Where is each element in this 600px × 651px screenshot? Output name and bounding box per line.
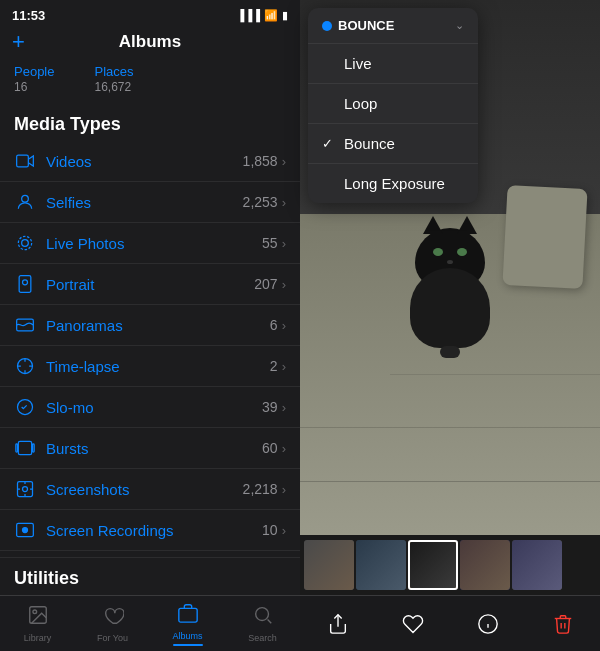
status-bar: 11:53 ▐▐▐ 📶 ▮ <box>0 0 300 28</box>
svg-point-1 <box>22 195 29 202</box>
screenshots-label: Screenshots <box>46 481 243 498</box>
tab-library[interactable]: Library <box>0 604 75 643</box>
portrait-label: Portrait <box>46 276 254 293</box>
dropdown-header[interactable]: BOUNCE ⌄ <box>308 8 478 44</box>
timelapse-count: 2 <box>270 358 278 374</box>
media-types-list: Videos 1,858 › Selfies 2,253 › Live Phot… <box>0 141 300 557</box>
places-item[interactable]: Places 16,672 <box>94 64 133 94</box>
svg-rect-11 <box>33 444 35 452</box>
media-item-bursts[interactable]: Bursts 60 › <box>0 428 300 469</box>
panoramas-label: Panoramas <box>46 317 270 334</box>
videos-label: Videos <box>46 153 243 170</box>
timelapse-icon <box>14 355 36 377</box>
bursts-count: 60 <box>262 440 278 456</box>
tab-albums[interactable]: Albums <box>150 602 225 646</box>
media-item-slomo[interactable]: Slo-mo 39 › <box>0 387 300 428</box>
bursts-icon <box>14 437 36 459</box>
thumbnail-1[interactable] <box>304 540 354 590</box>
dropdown-item-bounce[interactable]: ✓ Bounce <box>308 124 478 164</box>
selfies-label: Selfies <box>46 194 243 211</box>
dropdown-item-long-exposure[interactable]: Long Exposure <box>308 164 478 203</box>
svg-point-3 <box>18 236 31 249</box>
albums-header: + Albums <box>0 28 300 60</box>
library-tab-label: Library <box>24 633 52 643</box>
thumbnail-4[interactable] <box>460 540 510 590</box>
thumbnail-5[interactable] <box>512 540 562 590</box>
svg-rect-19 <box>178 608 196 622</box>
live-photos-icon <box>14 232 36 254</box>
photo-toolbar <box>300 595 600 651</box>
dropdown-item-loop[interactable]: Loop <box>308 84 478 124</box>
video-icon <box>14 150 36 172</box>
portrait-count: 207 <box>254 276 277 292</box>
albums-title: Albums <box>119 32 181 52</box>
dropdown-chevron-icon: ⌄ <box>455 19 464 32</box>
dropdown-item-live[interactable]: Live <box>308 44 478 84</box>
screenshots-icon <box>14 478 36 500</box>
tab-search[interactable]: Search <box>225 604 300 643</box>
selfie-icon <box>14 191 36 213</box>
media-item-live-photos[interactable]: Live Photos 55 › <box>0 223 300 264</box>
svg-point-2 <box>22 240 29 247</box>
slomo-count: 39 <box>262 399 278 415</box>
status-icons: ▐▐▐ 📶 ▮ <box>237 9 288 22</box>
dropdown-long-exposure-label: Long Exposure <box>344 175 445 192</box>
screen-recordings-label: Screen Recordings <box>46 522 262 539</box>
for-you-tab-label: For You <box>97 633 128 643</box>
media-types-header: Media Types <box>0 104 300 141</box>
signal-icon: ▐▐▐ <box>237 9 260 21</box>
battery-icon: ▮ <box>282 9 288 22</box>
bounce-dropdown[interactable]: BOUNCE ⌄ Live Loop ✓ Bounce Long Exposur… <box>308 8 478 203</box>
for-you-tab-icon <box>102 604 124 631</box>
portrait-icon <box>14 273 36 295</box>
bursts-label: Bursts <box>46 440 262 457</box>
svg-point-13 <box>23 487 28 492</box>
delete-button[interactable] <box>545 606 581 642</box>
panoramas-count: 6 <box>270 317 278 333</box>
svg-rect-10 <box>16 444 18 452</box>
left-panel: 11:53 ▐▐▐ 📶 ▮ + Albums People 16 Places … <box>0 0 300 651</box>
media-item-selfies[interactable]: Selfies 2,253 › <box>0 182 300 223</box>
favorite-button[interactable] <box>395 606 431 642</box>
media-item-videos[interactable]: Videos 1,858 › <box>0 141 300 182</box>
media-item-screen-recordings[interactable]: Screen Recordings 10 › <box>0 510 300 551</box>
live-indicator <box>322 21 332 31</box>
search-tab-label: Search <box>248 633 277 643</box>
dropdown-live-label: Live <box>344 55 372 72</box>
albums-tab-icon <box>177 602 199 629</box>
status-time: 11:53 <box>12 8 45 23</box>
thumbnail-3[interactable] <box>408 540 458 590</box>
videos-chevron: › <box>282 154 286 169</box>
screenrecord-icon <box>14 519 36 541</box>
people-item[interactable]: People 16 <box>14 64 54 94</box>
wifi-icon: 📶 <box>264 9 278 22</box>
timelapse-chevron: › <box>282 359 286 374</box>
share-button[interactable] <box>320 606 356 642</box>
dropdown-header-text: BOUNCE <box>338 18 455 33</box>
media-item-timelapse[interactable]: Time-lapse 2 › <box>0 346 300 387</box>
screen-recordings-chevron: › <box>282 523 286 538</box>
tab-for-you[interactable]: For You <box>75 604 150 643</box>
panorama-icon <box>14 314 36 336</box>
thumbnail-strip <box>300 535 600 595</box>
screen-recordings-count: 10 <box>262 522 278 538</box>
live-photos-count: 55 <box>262 235 278 251</box>
bounce-check: ✓ <box>322 136 336 151</box>
dropdown-loop-label: Loop <box>344 95 377 112</box>
search-tab-icon <box>252 604 274 631</box>
people-places-row: People 16 Places 16,672 <box>0 60 300 104</box>
info-button[interactable] <box>470 606 506 642</box>
media-item-portrait[interactable]: Portrait 207 › <box>0 264 300 305</box>
albums-tab-label: Albums <box>172 631 202 641</box>
screenshots-chevron: › <box>282 482 286 497</box>
add-album-button[interactable]: + <box>12 31 25 53</box>
svg-rect-9 <box>18 441 31 454</box>
media-item-panoramas[interactable]: Panoramas 6 › <box>0 305 300 346</box>
people-label: People <box>14 64 54 79</box>
thumbnail-2[interactable] <box>356 540 406 590</box>
slomo-label: Slo-mo <box>46 399 262 416</box>
timelapse-label: Time-lapse <box>46 358 270 375</box>
selfies-count: 2,253 <box>243 194 278 210</box>
svg-point-15 <box>23 528 28 533</box>
media-item-screenshots[interactable]: Screenshots 2,218 › <box>0 469 300 510</box>
